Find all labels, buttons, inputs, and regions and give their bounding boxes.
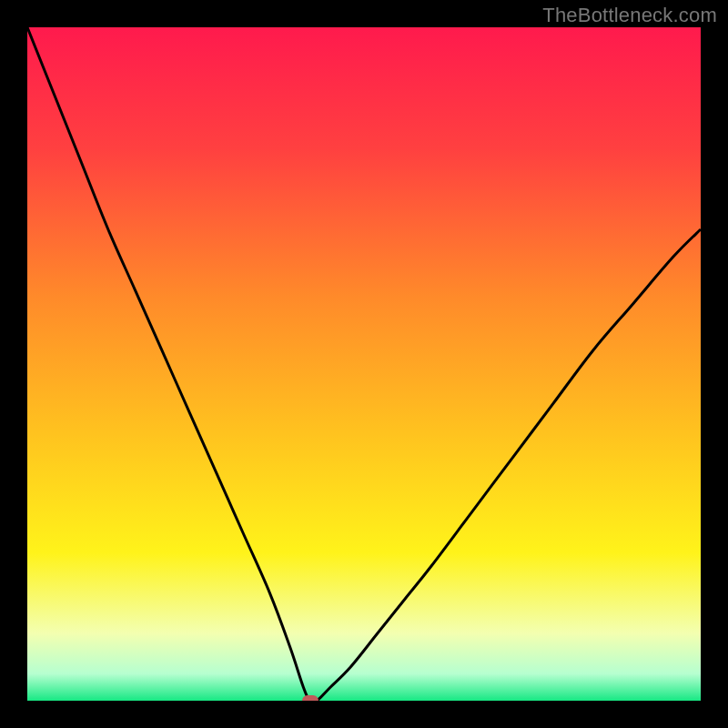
optimal-point-marker	[302, 695, 318, 701]
watermark-text: TheBottleneck.com	[542, 4, 717, 27]
bottleneck-curve	[27, 27, 701, 701]
plot-area	[27, 27, 701, 701]
curve-layer	[27, 27, 701, 701]
chart-frame: TheBottleneck.com	[0, 0, 728, 728]
